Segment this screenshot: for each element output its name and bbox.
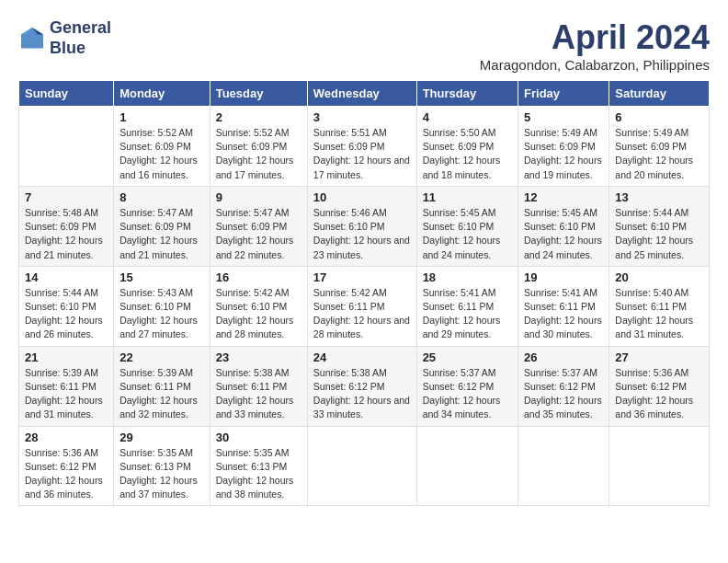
- header-cell-friday: Friday: [518, 81, 609, 107]
- calendar-cell: 4Sunrise: 5:50 AMSunset: 6:09 PMDaylight…: [416, 107, 518, 187]
- day-info: Sunrise: 5:41 AMSunset: 6:11 PMDaylight:…: [423, 286, 512, 342]
- calendar-cell: 20Sunrise: 5:40 AMSunset: 6:11 PMDayligh…: [609, 266, 710, 346]
- week-row-2: 7Sunrise: 5:48 AMSunset: 6:09 PMDaylight…: [19, 186, 710, 266]
- day-info: Sunrise: 5:48 AMSunset: 6:09 PMDaylight:…: [25, 206, 108, 262]
- calendar-cell: 29Sunrise: 5:35 AMSunset: 6:13 PMDayligh…: [114, 426, 210, 506]
- day-number: 16: [216, 270, 301, 284]
- day-number: 5: [524, 110, 603, 124]
- svg-marker-0: [21, 28, 43, 49]
- day-number: 8: [119, 190, 204, 204]
- day-number: 3: [313, 110, 411, 124]
- day-number: 20: [615, 270, 703, 284]
- page-header: General Blue April 2024 Maragondon, Cala…: [18, 18, 710, 73]
- day-number: 23: [216, 350, 301, 364]
- day-number: 1: [119, 110, 204, 124]
- day-info: Sunrise: 5:50 AMSunset: 6:09 PMDaylight:…: [423, 126, 512, 182]
- day-info: Sunrise: 5:37 AMSunset: 6:12 PMDaylight:…: [423, 366, 512, 422]
- header-cell-tuesday: Tuesday: [210, 81, 307, 107]
- calendar-cell: 27Sunrise: 5:36 AMSunset: 6:12 PMDayligh…: [609, 346, 710, 426]
- day-info: Sunrise: 5:42 AMSunset: 6:11 PMDaylight:…: [313, 286, 411, 342]
- day-number: 30: [216, 431, 301, 444]
- calendar-cell: 13Sunrise: 5:44 AMSunset: 6:10 PMDayligh…: [609, 186, 710, 266]
- calendar-cell: 28Sunrise: 5:36 AMSunset: 6:12 PMDayligh…: [19, 426, 114, 506]
- calendar-cell: 17Sunrise: 5:42 AMSunset: 6:11 PMDayligh…: [307, 266, 416, 346]
- day-number: 12: [524, 190, 603, 204]
- day-number: 15: [119, 270, 204, 284]
- logo: General Blue: [18, 18, 111, 58]
- day-info: Sunrise: 5:35 AMSunset: 6:13 PMDaylight:…: [216, 446, 301, 502]
- day-number: 24: [313, 350, 411, 364]
- header-cell-saturday: Saturday: [609, 81, 710, 107]
- day-info: Sunrise: 5:37 AMSunset: 6:12 PMDaylight:…: [524, 366, 603, 422]
- day-info: Sunrise: 5:41 AMSunset: 6:11 PMDaylight:…: [524, 286, 603, 342]
- calendar-cell: 8Sunrise: 5:47 AMSunset: 6:09 PMDaylight…: [114, 186, 210, 266]
- calendar-cell: [609, 426, 710, 506]
- calendar-cell: 3Sunrise: 5:51 AMSunset: 6:09 PMDaylight…: [307, 107, 416, 187]
- calendar-cell: 19Sunrise: 5:41 AMSunset: 6:11 PMDayligh…: [518, 266, 609, 346]
- day-number: 27: [615, 350, 703, 364]
- day-info: Sunrise: 5:35 AMSunset: 6:13 PMDaylight:…: [119, 446, 204, 502]
- calendar-cell: [518, 426, 609, 506]
- day-number: 2: [216, 110, 301, 124]
- day-number: 17: [313, 270, 411, 284]
- day-number: 10: [313, 190, 411, 204]
- header-cell-sunday: Sunday: [19, 81, 114, 107]
- day-info: Sunrise: 5:42 AMSunset: 6:10 PMDaylight:…: [216, 286, 301, 342]
- calendar-cell: 18Sunrise: 5:41 AMSunset: 6:11 PMDayligh…: [416, 266, 518, 346]
- day-info: Sunrise: 5:39 AMSunset: 6:11 PMDaylight:…: [119, 366, 204, 422]
- day-info: Sunrise: 5:49 AMSunset: 6:09 PMDaylight:…: [615, 126, 703, 182]
- day-info: Sunrise: 5:38 AMSunset: 6:12 PMDaylight:…: [313, 366, 411, 422]
- day-info: Sunrise: 5:45 AMSunset: 6:10 PMDaylight:…: [423, 206, 512, 262]
- day-number: 26: [524, 350, 603, 364]
- day-number: 18: [423, 270, 512, 284]
- header-cell-monday: Monday: [114, 81, 210, 107]
- calendar-cell: 6Sunrise: 5:49 AMSunset: 6:09 PMDaylight…: [609, 107, 710, 187]
- day-number: 19: [524, 270, 603, 284]
- logo-icon: [18, 25, 46, 52]
- week-row-5: 28Sunrise: 5:36 AMSunset: 6:12 PMDayligh…: [19, 426, 710, 506]
- calendar-cell: 22Sunrise: 5:39 AMSunset: 6:11 PMDayligh…: [114, 346, 210, 426]
- location-title: Maragondon, Calabarzon, Philippines: [480, 57, 710, 73]
- calendar-cell: 10Sunrise: 5:46 AMSunset: 6:10 PMDayligh…: [307, 186, 416, 266]
- day-info: Sunrise: 5:36 AMSunset: 6:12 PMDaylight:…: [615, 366, 703, 422]
- day-number: 11: [423, 190, 512, 204]
- day-number: 25: [423, 350, 512, 364]
- day-number: 14: [25, 270, 108, 284]
- day-info: Sunrise: 5:44 AMSunset: 6:10 PMDaylight:…: [25, 286, 108, 342]
- day-number: 28: [25, 431, 108, 444]
- day-info: Sunrise: 5:38 AMSunset: 6:11 PMDaylight:…: [216, 366, 301, 422]
- calendar-cell: [307, 426, 416, 506]
- day-number: 21: [25, 350, 108, 364]
- day-info: Sunrise: 5:46 AMSunset: 6:10 PMDaylight:…: [313, 206, 411, 262]
- day-number: 22: [119, 350, 204, 364]
- day-info: Sunrise: 5:52 AMSunset: 6:09 PMDaylight:…: [119, 126, 204, 182]
- day-info: Sunrise: 5:44 AMSunset: 6:10 PMDaylight:…: [615, 206, 703, 262]
- calendar-cell: 30Sunrise: 5:35 AMSunset: 6:13 PMDayligh…: [210, 426, 307, 506]
- calendar-cell: 2Sunrise: 5:52 AMSunset: 6:09 PMDaylight…: [210, 107, 307, 187]
- calendar-cell: 23Sunrise: 5:38 AMSunset: 6:11 PMDayligh…: [210, 346, 307, 426]
- title-block: April 2024 Maragondon, Calabarzon, Phili…: [480, 18, 710, 73]
- week-row-1: 1Sunrise: 5:52 AMSunset: 6:09 PMDaylight…: [19, 107, 710, 187]
- calendar-cell: [416, 426, 518, 506]
- calendar-cell: 1Sunrise: 5:52 AMSunset: 6:09 PMDaylight…: [114, 107, 210, 187]
- calendar-cell: 24Sunrise: 5:38 AMSunset: 6:12 PMDayligh…: [307, 346, 416, 426]
- day-number: 29: [119, 431, 204, 444]
- calendar-cell: 25Sunrise: 5:37 AMSunset: 6:12 PMDayligh…: [416, 346, 518, 426]
- day-info: Sunrise: 5:39 AMSunset: 6:11 PMDaylight:…: [25, 366, 108, 422]
- calendar-cell: 11Sunrise: 5:45 AMSunset: 6:10 PMDayligh…: [416, 186, 518, 266]
- calendar-cell: 7Sunrise: 5:48 AMSunset: 6:09 PMDaylight…: [19, 186, 114, 266]
- calendar-cell: 14Sunrise: 5:44 AMSunset: 6:10 PMDayligh…: [19, 266, 114, 346]
- day-info: Sunrise: 5:36 AMSunset: 6:12 PMDaylight:…: [25, 446, 108, 502]
- logo-text: General Blue: [50, 18, 111, 58]
- day-number: 6: [615, 110, 703, 124]
- header-cell-thursday: Thursday: [416, 81, 518, 107]
- day-number: 4: [423, 110, 512, 124]
- calendar-cell: [19, 107, 114, 187]
- day-info: Sunrise: 5:40 AMSunset: 6:11 PMDaylight:…: [615, 286, 703, 342]
- day-info: Sunrise: 5:45 AMSunset: 6:10 PMDaylight:…: [524, 206, 603, 262]
- day-number: 7: [25, 190, 108, 204]
- day-info: Sunrise: 5:52 AMSunset: 6:09 PMDaylight:…: [216, 126, 301, 182]
- calendar-cell: 16Sunrise: 5:42 AMSunset: 6:10 PMDayligh…: [210, 266, 307, 346]
- day-info: Sunrise: 5:49 AMSunset: 6:09 PMDaylight:…: [524, 126, 603, 182]
- day-info: Sunrise: 5:47 AMSunset: 6:09 PMDaylight:…: [119, 206, 204, 262]
